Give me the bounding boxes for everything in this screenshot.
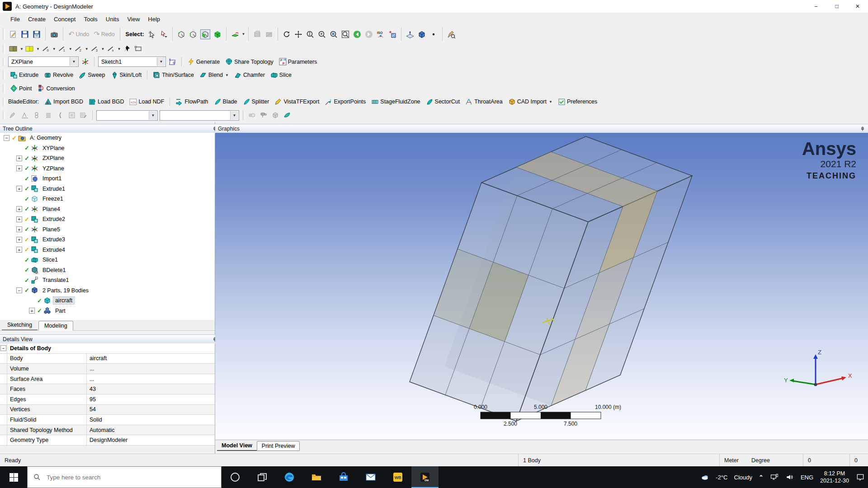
ruler-measure-icon[interactable] <box>388 30 397 39</box>
details-row-fluid-solid[interactable]: Fluid/SolidSolid <box>0 415 215 425</box>
menu-view[interactable]: View <box>123 16 144 23</box>
taskbar-search[interactable] <box>27 466 222 488</box>
select-body-filter-icon[interactable] <box>213 30 222 39</box>
save-all-icon[interactable] <box>32 30 41 39</box>
tree-item-extrude2[interactable]: +✓Extrude2 <box>0 214 215 225</box>
taskbar-app-designmodeler-active[interactable]: DM <box>411 466 439 488</box>
taskbar-app-store[interactable] <box>330 466 357 488</box>
zoom-icon[interactable] <box>306 30 315 39</box>
face-color-dropdown-icon[interactable]: ▼ <box>20 47 24 51</box>
network-icon[interactable] <box>767 466 782 488</box>
maximize-button[interactable]: □ <box>826 0 847 13</box>
details-row-surface-area[interactable]: Surface Area... <box>0 374 215 385</box>
details-row-volume[interactable]: Volume... <box>0 364 215 374</box>
pan-view-icon[interactable] <box>294 30 303 39</box>
graphics-viewport[interactable]: 0.000 5.000 10.000 (m) 2.500 7.500 <box>215 133 868 440</box>
tree-expand-toggle-icon[interactable]: + <box>16 216 22 222</box>
dropdown-arrow-icon[interactable]: ▼ <box>549 100 552 104</box>
tab-sketching[interactable]: Sketching <box>2 320 38 330</box>
edge-direction-0-dropdown-icon[interactable]: ▼ <box>52 47 56 51</box>
details-row-edges[interactable]: Edges95 <box>0 394 215 405</box>
tree-expand-toggle-icon[interactable]: − <box>4 135 9 141</box>
tree-item-aircraft[interactable]: ✓aircraft <box>0 296 215 306</box>
menu-create[interactable]: Create <box>24 16 50 23</box>
revolve-button[interactable]: Revolve <box>41 71 76 80</box>
select-vertex-filter-icon[interactable] <box>177 30 186 39</box>
tree-item-2-parts-19-bodies[interactable]: −✓2 Parts, 19 Bodies <box>0 286 215 296</box>
extend-selection-dropdown-icon[interactable]: ▼ <box>242 32 245 36</box>
language-indicator[interactable]: ENG <box>797 466 816 488</box>
menu-help[interactable]: Help <box>144 16 164 23</box>
zoom-fit-icon[interactable] <box>329 30 338 39</box>
graphics-pin-icon[interactable] <box>860 126 865 131</box>
tree-expand-toggle-icon[interactable]: − <box>16 287 22 293</box>
select-edge-filter-icon[interactable] <box>189 30 198 39</box>
details-row-shared-topology-method[interactable]: Shared Topology MethodAutomatic <box>0 425 215 436</box>
sketch-grid-dropdown-icon[interactable]: ▼ <box>149 111 157 120</box>
tree-item-a-geometry[interactable]: −✓A: Geometry <box>0 133 215 143</box>
tree-item-xyplane[interactable]: ✓XYPlane <box>0 143 215 154</box>
close-button[interactable]: ✕ <box>847 0 868 13</box>
model-3d[interactable]: 0.000 5.000 10.000 (m) 2.500 7.500 <box>215 133 868 440</box>
tab-modeling[interactable]: Modeling <box>38 321 73 331</box>
edge-direction-x-icon[interactable]: x <box>106 44 115 53</box>
details-row-body[interactable]: Bodyaircraft <box>0 354 215 364</box>
edge-direction-3-icon[interactable]: 3 <box>90 44 99 53</box>
display-model-icon[interactable] <box>417 30 426 39</box>
tree-item-extrude4[interactable]: +✓Extrude4 <box>0 245 215 255</box>
extend-selection-icon[interactable] <box>231 30 240 39</box>
blade-button[interactable]: Blade <box>211 98 240 106</box>
details-row-faces[interactable]: Faces43 <box>0 384 215 394</box>
thin-surface-button[interactable]: Thin/Surface <box>150 71 197 80</box>
pin-icon[interactable] <box>122 44 131 53</box>
details-section-header[interactable]: −Details of Body <box>0 343 215 354</box>
details-row-geometry-type[interactable]: Geometry TypeDesignModeler <box>0 435 215 446</box>
tab-print-preview[interactable]: Print Preview <box>257 441 300 451</box>
sketch-snap-dropdown-icon[interactable]: ▼ <box>230 111 238 120</box>
zoom-in-icon[interactable] <box>317 30 326 39</box>
select-face-filter-icon[interactable] <box>200 29 210 39</box>
weather-icon[interactable] <box>697 466 712 488</box>
active-sketch-select[interactable]: Sketch1 ▼ <box>98 56 166 67</box>
axis-triad[interactable]: Z X Y <box>784 349 852 386</box>
taskbar-app-cortana[interactable] <box>222 466 249 488</box>
tree-item-slice1[interactable]: ✓Slice1 <box>0 255 215 265</box>
weather-temp[interactable]: -2°C <box>712 466 731 488</box>
share-topology-button[interactable]: Share Topology <box>222 57 276 66</box>
select-cursor-icon[interactable] <box>147 30 156 39</box>
tree-expand-toggle-icon[interactable]: + <box>16 237 22 243</box>
taskbar-app-mail[interactable] <box>357 466 384 488</box>
slice-button[interactable]: Slice <box>268 71 294 80</box>
tree-item-extrude3[interactable]: +✓Extrude3 <box>0 235 215 245</box>
skin-loft-button[interactable]: Skin/Loft <box>108 71 145 80</box>
menu-concept[interactable]: Concept <box>50 16 80 23</box>
tree-item-extrude1[interactable]: +✓Extrude1 <box>0 184 215 194</box>
exportpoints-button[interactable]: ExportPoints <box>322 98 368 106</box>
notification-center-icon[interactable] <box>853 466 868 488</box>
cad-import-button[interactable]: CAD Import▼ <box>505 98 555 106</box>
look-at-face-icon[interactable] <box>406 30 415 39</box>
edge-direction-x-dropdown-icon[interactable]: ▼ <box>118 47 121 51</box>
sectorcut-button[interactable]: SectorCut <box>423 98 463 106</box>
flowpath-button[interactable]: FlowPath <box>173 98 211 106</box>
tree-item-import1[interactable]: ✓Import1 <box>0 174 215 184</box>
load-ndf-button[interactable]: </>Load NDF <box>127 98 167 106</box>
new-sketch-icon[interactable] <box>9 30 18 39</box>
tray-expand-icon[interactable]: ⌃ <box>755 466 767 488</box>
taskbar-app-workbench[interactable]: WB <box>384 466 411 488</box>
rotate-view-icon[interactable] <box>282 30 291 39</box>
splitter-button[interactable]: Splitter <box>240 98 272 106</box>
import-bgd-button[interactable]: AImport BGD <box>42 98 86 106</box>
surface-patch-icon[interactable] <box>283 111 292 120</box>
tree-expand-toggle-icon[interactable]: + <box>16 247 22 253</box>
display-points-icon[interactable] <box>429 30 438 39</box>
save-icon[interactable] <box>20 30 29 39</box>
sweep-button[interactable]: Sweep <box>76 71 108 80</box>
point-button[interactable]: Point <box>7 84 35 93</box>
tree-expand-toggle-icon[interactable]: + <box>16 206 22 212</box>
sketch-dropdown-icon[interactable]: ▼ <box>157 57 165 66</box>
vistatfexport-button[interactable]: VistaTFExport <box>272 98 322 106</box>
details-row-vertices[interactable]: Vertices54 <box>0 405 215 415</box>
taskbar-search-input[interactable] <box>46 474 197 481</box>
section-collapse-icon[interactable]: − <box>0 345 6 351</box>
